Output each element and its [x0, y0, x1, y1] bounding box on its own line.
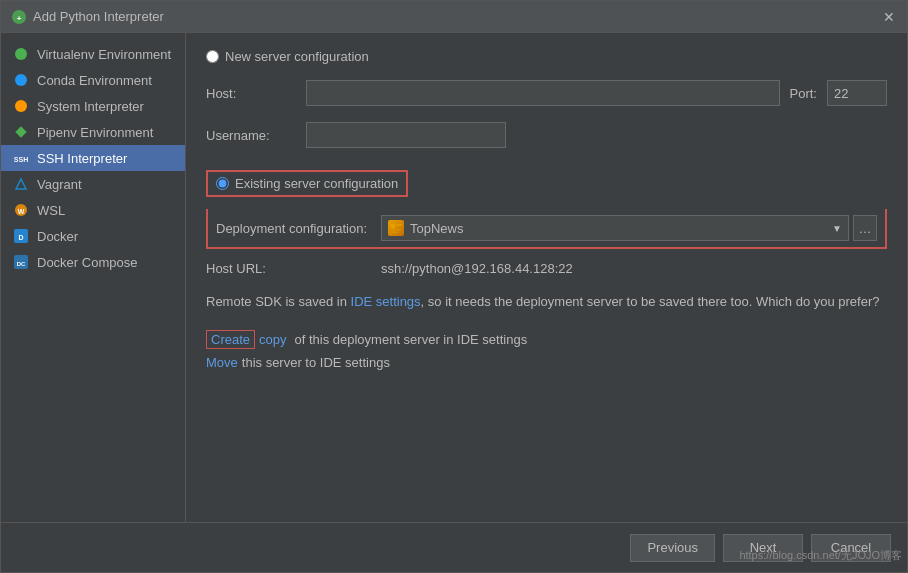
wsl-icon: W: [13, 202, 29, 218]
svg-text:SSH: SSH: [14, 156, 28, 163]
main-content: New server configuration Host: Port: Use…: [186, 33, 907, 522]
sidebar-item-ssh[interactable]: SSH SSH Interpreter: [1, 145, 185, 171]
virtualenv-icon: [13, 46, 29, 62]
svg-point-4: [15, 100, 27, 112]
copy-link[interactable]: copy: [255, 331, 290, 348]
existing-server-radio[interactable]: [216, 177, 229, 190]
dialog-body: Virtualenv Environment Conda Environment…: [1, 33, 907, 522]
ide-settings-link[interactable]: IDE settings: [351, 294, 421, 309]
host-url-label: Host URL:: [206, 261, 371, 276]
sidebar-item-virtualenv[interactable]: Virtualenv Environment: [1, 41, 185, 67]
host-input[interactable]: [306, 80, 780, 106]
dialog-icon: +: [11, 9, 27, 25]
existing-server-section: Existing server configuration: [206, 170, 408, 197]
topnews-icon: [388, 220, 404, 236]
sidebar-item-pipenv[interactable]: Pipenv Environment: [1, 119, 185, 145]
create-copy-row: Create copy of this deployment server in…: [206, 330, 887, 349]
sidebar-item-label: WSL: [37, 203, 65, 218]
host-url-row: Host URL: ssh://python@192.168.44.128:22: [206, 261, 887, 276]
svg-rect-5: [15, 126, 26, 137]
deployment-row: Deployment configuration: T: [206, 209, 887, 249]
svg-text:+: +: [17, 14, 22, 23]
new-server-radio-row: New server configuration: [206, 49, 887, 64]
svg-text:W: W: [18, 208, 25, 215]
ssh-icon: SSH: [13, 150, 29, 166]
svg-point-2: [15, 48, 27, 60]
username-row: Username:: [206, 122, 887, 148]
svg-point-3: [15, 74, 27, 86]
copy-suffix: of this deployment server in IDE setting…: [295, 332, 528, 347]
sidebar-item-conda[interactable]: Conda Environment: [1, 67, 185, 93]
svg-rect-19: [391, 232, 399, 234]
dialog-title: Add Python Interpreter: [33, 9, 881, 24]
svg-rect-17: [396, 224, 402, 226]
docker-icon: D: [13, 228, 29, 244]
sidebar-item-system[interactable]: System Interpreter: [1, 93, 185, 119]
ellipsis-icon: …: [859, 221, 872, 236]
sidebar-item-label: Pipenv Environment: [37, 125, 153, 140]
add-python-interpreter-dialog: + Add Python Interpreter ✕ Virtualenv En…: [0, 0, 908, 573]
sidebar: Virtualenv Environment Conda Environment…: [1, 33, 186, 522]
username-input[interactable]: [306, 122, 506, 148]
host-label: Host:: [206, 86, 296, 101]
previous-button[interactable]: Previous: [630, 534, 715, 562]
chevron-down-icon: ▼: [832, 223, 842, 234]
conda-icon: [13, 72, 29, 88]
svg-text:DC: DC: [17, 261, 26, 267]
sidebar-item-label: Virtualenv Environment: [37, 47, 171, 62]
close-button[interactable]: ✕: [881, 9, 897, 25]
existing-server-label: Existing server configuration: [235, 176, 398, 191]
vagrant-icon: [13, 176, 29, 192]
svg-text:D: D: [18, 234, 23, 241]
new-server-label: New server configuration: [225, 49, 369, 64]
create-link[interactable]: Create: [206, 330, 255, 349]
new-server-radio[interactable]: [206, 50, 219, 63]
sidebar-item-wsl[interactable]: W WSL: [1, 197, 185, 223]
system-icon: [13, 98, 29, 114]
host-row: Host: Port:: [206, 80, 887, 106]
deployment-select[interactable]: TopNews ▼: [381, 215, 849, 241]
port-label: Port:: [790, 86, 817, 101]
move-suffix: this server to IDE settings: [242, 355, 390, 370]
docker-compose-icon: DC: [13, 254, 29, 270]
sidebar-item-label: Docker: [37, 229, 78, 244]
svg-point-16: [391, 224, 396, 229]
sidebar-item-label: Docker Compose: [37, 255, 137, 270]
info-text: Remote SDK is saved in IDE settings, so …: [206, 292, 887, 312]
host-url-value: ssh://python@192.168.44.128:22: [381, 261, 573, 276]
deployment-value: TopNews: [410, 221, 826, 236]
sidebar-item-label: System Interpreter: [37, 99, 144, 114]
watermark: https://blog.csdn.net/无JOJO博客: [733, 546, 908, 565]
action-links: Create copy of this deployment server in…: [206, 330, 887, 370]
username-label: Username:: [206, 128, 296, 143]
deployment-label: Deployment configuration:: [216, 221, 371, 236]
svg-rect-18: [391, 229, 401, 231]
sidebar-item-docker[interactable]: D Docker: [1, 223, 185, 249]
svg-marker-8: [16, 179, 26, 189]
port-input[interactable]: [827, 80, 887, 106]
move-row: Move this server to IDE settings: [206, 355, 887, 370]
sidebar-item-label: Vagrant: [37, 177, 82, 192]
sidebar-item-docker-compose[interactable]: DC Docker Compose: [1, 249, 185, 275]
move-link[interactable]: Move: [206, 355, 238, 370]
sidebar-item-label: Conda Environment: [37, 73, 152, 88]
title-bar: + Add Python Interpreter ✕: [1, 1, 907, 33]
sidebar-item-label: SSH Interpreter: [37, 151, 127, 166]
pipenv-icon: [13, 124, 29, 140]
sidebar-item-vagrant[interactable]: Vagrant: [1, 171, 185, 197]
deployment-options-button[interactable]: …: [853, 215, 877, 241]
